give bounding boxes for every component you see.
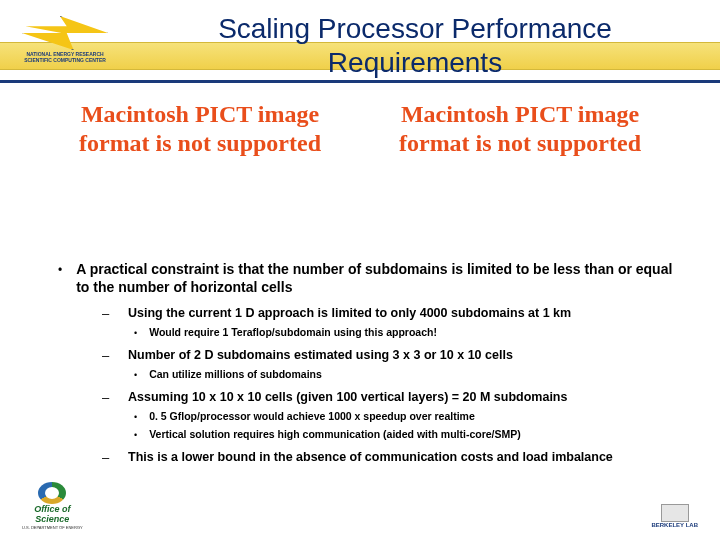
dot-icon: • [134, 326, 137, 340]
office-sub: U.S. DEPARTMENT OF ENERGY [22, 525, 83, 530]
dot-icon: • [134, 428, 137, 442]
pict-placeholder-area: Macintosh PICT image format is not suppo… [60, 100, 660, 158]
nersc-logo: NATIONAL ENERGY RESEARCH SCIENTIFIC COMP… [22, 16, 108, 74]
dash-icon: – [102, 450, 112, 466]
bullet-icon: • [58, 260, 62, 280]
berkeley-lab-logo: BERKELEY LAB [651, 490, 698, 528]
content-body: • A practical constraint is that the num… [58, 260, 678, 466]
sub-bullet: – Assuming 10 x 10 x 10 cells (given 100… [102, 390, 678, 406]
sub-bullet: – Using the current 1 D approach is limi… [102, 306, 678, 322]
sub-bullet-text: Assuming 10 x 10 x 10 cells (given 100 v… [128, 390, 567, 406]
sub-sub-bullet: • 0. 5 Gflop/processor would achieve 100… [134, 410, 678, 424]
sub-sub-bullet-text: Would require 1 Teraflop/subdomain using… [149, 326, 437, 339]
header-divider [0, 80, 720, 83]
nersc-caption: NATIONAL ENERGY RESEARCH SCIENTIFIC COMP… [22, 52, 108, 63]
pict-error-right: Macintosh PICT image format is not suppo… [380, 100, 660, 158]
main-bullet-row: • A practical constraint is that the num… [58, 260, 678, 296]
dash-icon: – [102, 390, 112, 406]
sub-sub-bullet: • Can utilize millions of subdomains [134, 368, 678, 382]
dash-icon: – [102, 306, 112, 322]
sub-bullet-text: Number of 2 D subdomains estimated using… [128, 348, 513, 364]
pict-error-left: Macintosh PICT image format is not suppo… [60, 100, 340, 158]
office-label-1: Office of [34, 505, 70, 514]
office-label-2: Science [35, 515, 69, 524]
dash-icon: – [102, 348, 112, 364]
office-of-science-logo: Office of Science U.S. DEPARTMENT OF ENE… [22, 482, 83, 530]
sub-sub-bullet-text: 0. 5 Gflop/processor would achieve 1000 … [149, 410, 475, 423]
sub-bullet-text: This is a lower bound in the absence of … [128, 450, 613, 466]
sub-sub-bullet-text: Vertical solution requires high communic… [149, 428, 521, 441]
main-bullet-text: A practical constraint is that the numbe… [76, 260, 678, 296]
nersc-bolt-icon [22, 16, 108, 50]
sub-sub-bullet-text: Can utilize millions of subdomains [149, 368, 322, 381]
sub-bullet: – Number of 2 D subdomains estimated usi… [102, 348, 678, 364]
sub-bullet: – This is a lower bound in the absence o… [102, 450, 678, 466]
sub-bullet-text: Using the current 1 D approach is limite… [128, 306, 571, 322]
dot-icon: • [134, 410, 137, 424]
slide-title: Scaling Processor Performance Requiremen… [130, 12, 700, 79]
dot-icon: • [134, 368, 137, 382]
sub-sub-bullet: • Would require 1 Teraflop/subdomain usi… [134, 326, 678, 340]
office-swirl-icon [38, 482, 66, 504]
berkeley-building-icon [655, 490, 695, 522]
sub-sub-bullet: • Vertical solution requires high commun… [134, 428, 678, 442]
berkeley-label: BERKELEY LAB [651, 522, 698, 528]
sub-bullet-list: – Using the current 1 D approach is limi… [102, 306, 678, 466]
